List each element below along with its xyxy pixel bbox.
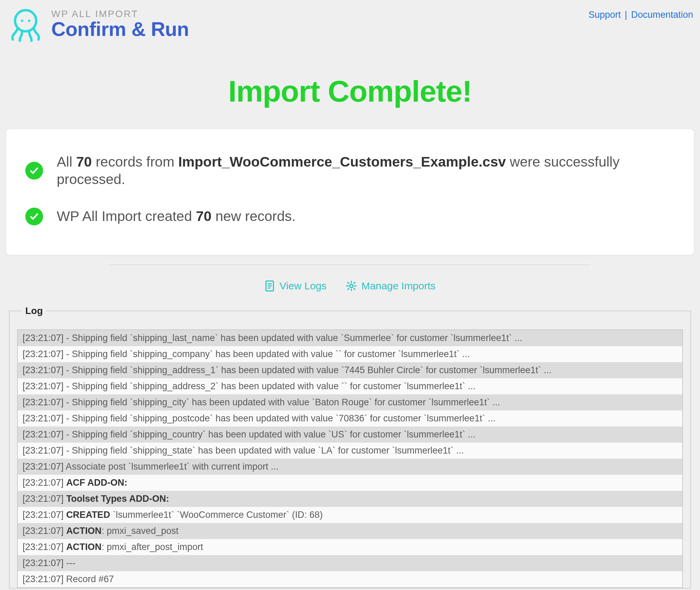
log-row: [23:21:07] Record #67 — [18, 571, 682, 587]
log-row: [23:21:07] ACF ADD-ON: — [18, 475, 682, 491]
log-row: [23:21:07] - Shipping field `shipping_ad… — [18, 378, 682, 394]
log-legend: Log — [22, 305, 46, 316]
check-icon — [25, 162, 43, 180]
log-row: [23:21:07] - Shipping field `shipping_po… — [18, 410, 682, 427]
check-icon — [25, 208, 43, 225]
support-link[interactable]: Support — [589, 10, 621, 20]
separator: | — [625, 10, 627, 20]
log-row: [23:21:07] Associate post `lsummerlee1t`… — [18, 459, 682, 475]
svg-point-1 — [21, 19, 23, 22]
log-panel: Log [23:21:07] - Shipping field `shippin… — [9, 305, 691, 589]
octopus-logo-icon — [7, 5, 44, 43]
view-logs-label: View Logs — [280, 280, 327, 292]
brand: WP ALL IMPORT Confirm & Run — [7, 5, 189, 43]
svg-point-7 — [350, 284, 353, 287]
gear-icon — [346, 280, 357, 291]
svg-point-2 — [28, 19, 30, 22]
log-row: [23:21:07] - Shipping field `shipping_ad… — [18, 362, 682, 378]
divider — [109, 264, 591, 265]
log-row: [23:21:07] Toolset Types ADD-ON: — [18, 491, 682, 507]
summary-created-text: WP All Import created 70 new records. — [57, 208, 296, 225]
import-complete-heading: Import Complete! — [0, 74, 700, 109]
brand-product: WP ALL IMPORT — [51, 9, 189, 19]
log-row: [23:21:07] CREATED `lsummerlee1t` `WooCo… — [18, 507, 682, 523]
log-row: [23:21:07] - Shipping field `shipping_co… — [18, 427, 682, 443]
log-row: [23:21:07] ACTION: pmxi_saved_post — [18, 523, 682, 539]
log-row: [23:21:07] ACTION: pmxi_after_post_impor… — [18, 539, 682, 555]
summary-card: All 70 records from Import_WooCommerce_C… — [6, 129, 694, 255]
summary-processed: All 70 records from Import_WooCommerce_C… — [25, 153, 675, 188]
log-row: [23:21:07] --- — [18, 555, 682, 571]
log-row: [23:21:07] - Shipping field `shipping_st… — [18, 443, 682, 459]
summary-created: WP All Import created 70 new records. — [25, 208, 675, 225]
log-table[interactable]: [23:21:07] - Shipping field `shipping_la… — [17, 329, 683, 588]
manage-imports-link[interactable]: Manage Imports — [346, 280, 436, 292]
action-links: View Logs Manage Imports — [0, 280, 700, 292]
log-icon — [265, 280, 275, 292]
page-title: Confirm & Run — [51, 19, 189, 40]
log-row: [23:21:07] - Shipping field `shipping_la… — [18, 330, 682, 346]
header-links: Support | Documentation — [589, 5, 693, 20]
manage-imports-label: Manage Imports — [362, 280, 436, 292]
summary-processed-text: All 70 records from Import_WooCommerce_C… — [57, 153, 675, 188]
log-row: [23:21:07] - Shipping field `shipping_co… — [18, 346, 682, 362]
header: WP ALL IMPORT Confirm & Run Support | Do… — [0, 0, 700, 43]
view-logs-link[interactable]: View Logs — [265, 280, 327, 292]
log-row: [23:21:07] - Shipping field `shipping_ci… — [18, 394, 682, 410]
documentation-link[interactable]: Documentation — [631, 10, 693, 20]
